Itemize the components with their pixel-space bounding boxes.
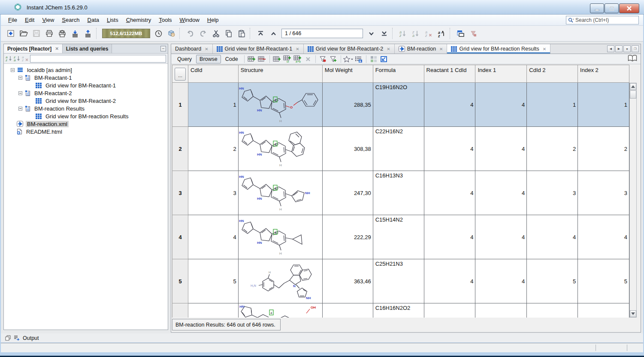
scroll-thumb[interactable] — [630, 90, 636, 99]
column-header-mol-weight[interactable]: Mol Weight — [322, 65, 373, 83]
filter-plus-icon[interactable] — [328, 54, 339, 63]
export-icon[interactable] — [82, 27, 94, 39]
grid-row-1[interactable]: 11 HN HN H 4O288,35C19H16N2O4411 — [172, 83, 629, 127]
lp-sort-clear-icon[interactable]: az — [22, 55, 29, 62]
table-add-ct-icon[interactable]: ct — [282, 54, 293, 63]
tree-item[interactable]: Grid view for BM-Reactant-1 — [4, 81, 168, 89]
scroll-first-icon[interactable] — [254, 27, 267, 39]
book-icon[interactable] — [628, 55, 637, 62]
print-preview-icon[interactable] — [56, 27, 69, 39]
column-header-structure[interactable]: Structure — [238, 65, 322, 83]
paste-icon[interactable] — [235, 27, 248, 39]
column-header-reactant-1-cdid[interactable]: Reactant 1 CdId — [424, 65, 475, 83]
output-tab-label[interactable]: Output — [23, 335, 39, 341]
x-gray-icon[interactable] — [303, 54, 313, 63]
grid-row-4[interactable]: 44 HN HN H 4222,29C15H14N24444 — [172, 215, 629, 259]
column-config-button[interactable]: ... — [175, 68, 186, 81]
record-navigator-input[interactable]: 1 / 646 — [281, 29, 363, 38]
lp-sort-za-icon[interactable]: za — [14, 55, 21, 62]
tree-item[interactable]: BM-Reactant-2 — [4, 89, 168, 97]
scroll-tabs-right-button[interactable]: ▶ — [615, 45, 623, 52]
mode-browse-button[interactable]: Browse — [196, 55, 221, 63]
undo-icon[interactable] — [184, 27, 197, 39]
menu-search[interactable]: Search — [58, 15, 83, 24]
scroll-last-icon[interactable] — [378, 27, 390, 39]
menu-help[interactable]: Help — [203, 15, 223, 24]
import-icon[interactable] — [69, 27, 82, 39]
sort-az-icon[interactable]: az — [396, 27, 409, 39]
view-tab-bm-reaction[interactable]: BM-reaction✕ — [395, 44, 447, 54]
panel-tab-lists-and-queries[interactable]: Lists and queries — [63, 44, 112, 53]
copy-icon[interactable] — [222, 27, 235, 39]
column-header-formula[interactable]: Formula — [373, 65, 424, 83]
menu-lists[interactable]: Lists — [103, 15, 122, 24]
close-button[interactable] — [619, 3, 639, 13]
cascade-icon[interactable] — [454, 27, 467, 39]
tree-item[interactable]: BM-Reactant-1 — [4, 74, 168, 81]
view-tab-grid-view-for-bm-reactant-2[interactable]: Grid view for BM-Reactant-2✕ — [304, 44, 395, 54]
collapse-toggle[interactable] — [11, 68, 15, 72]
tree-filter-input[interactable] — [30, 55, 166, 63]
column-header-index-1[interactable]: Index 1 — [475, 65, 527, 83]
new-icon[interactable] — [4, 27, 17, 39]
menu-window[interactable]: Window — [176, 15, 203, 24]
vertical-scrollbar[interactable] — [629, 83, 637, 318]
squares-pair-icon[interactable] — [369, 54, 379, 63]
close-tab-icon[interactable]: ✕ — [439, 47, 443, 51]
lp-sort-az-icon[interactable]: az — [6, 55, 12, 62]
output-list-icon[interactable] — [14, 335, 20, 341]
chevron-down-icon[interactable] — [365, 27, 378, 39]
open-window-icon[interactable] — [379, 54, 389, 63]
table-add-row-icon[interactable] — [247, 54, 257, 63]
menu-tools[interactable]: Tools — [155, 15, 175, 24]
mode-query-button[interactable]: Query — [174, 55, 195, 63]
minimize-button[interactable] — [590, 3, 604, 13]
tab-list-dropdown-button[interactable]: ▼ — [623, 45, 631, 52]
minimize-panel-icon[interactable]: – — [160, 46, 166, 51]
redo-icon[interactable] — [197, 27, 209, 39]
grid-row-6[interactable]: 6 HN 4 OHC16H16N2O2 — [172, 303, 629, 318]
panel-tab-projects-reactor-[interactable]: Projects [Reactor]✕ — [4, 44, 63, 53]
save-icon[interactable] — [30, 27, 43, 39]
table-add-ab-icon[interactable]: a+b — [293, 54, 303, 63]
grid-row-5[interactable]: 55 H₂N H N NH363,46C25H21N34455 — [172, 259, 629, 303]
memory-indicator[interactable]: 512,6/1122MB — [102, 29, 150, 38]
close-tab-icon[interactable]: ✕ — [205, 47, 208, 51]
close-tab-icon[interactable]: ✕ — [296, 47, 299, 51]
db-box-icon[interactable] — [165, 27, 178, 39]
tree-item[interactable]: README.html — [4, 128, 168, 135]
sort-clear-icon[interactable]: az — [422, 27, 435, 39]
grid-row-2[interactable]: 22 HN HN H 4308,38C22H16N24422 — [172, 127, 629, 171]
table-del-row-icon[interactable] — [257, 54, 267, 63]
close-tab-icon[interactable]: ✕ — [55, 46, 58, 51]
search-input[interactable]: Search (Ctrl+I) — [566, 16, 639, 24]
maximize-view-button[interactable]: ❐ — [632, 45, 639, 52]
column-header-index-2[interactable]: Index 2 — [578, 65, 629, 83]
grid-row-3[interactable]: 33 HN HN H 4NH247,30C16H13N34433 — [172, 171, 629, 215]
sort-za-icon[interactable]: za — [409, 27, 422, 39]
view-tab-dashboard[interactable]: Dashboard✕ — [171, 44, 213, 54]
scroll-tabs-left-button[interactable]: ◀ — [607, 45, 614, 52]
menu-view[interactable]: View — [38, 15, 58, 24]
cut-icon[interactable] — [209, 27, 222, 39]
scroll-up-icon[interactable] — [267, 27, 280, 39]
scroll-down-button[interactable] — [630, 310, 636, 317]
sort-custom-icon[interactable]: az — [435, 27, 448, 39]
close-tab-icon[interactable]: ✕ — [543, 47, 546, 51]
gc-clock-icon[interactable] — [152, 27, 165, 39]
window-mode-icon[interactable] — [5, 335, 11, 341]
tree-item[interactable]: Grid view for BM-Reactant-2 — [4, 97, 168, 105]
filter-off-icon[interactable] — [467, 27, 480, 39]
tree-item[interactable]: Grid view for BM-reaction Results — [4, 112, 168, 120]
print-icon[interactable] — [43, 27, 56, 39]
collapse-toggle[interactable] — [18, 76, 22, 80]
open-icon[interactable] — [17, 27, 30, 39]
tree-item[interactable]: localdb [as admin] — [4, 66, 168, 74]
menu-file[interactable]: File — [4, 15, 21, 24]
collapse-toggle[interactable] — [18, 107, 22, 111]
column-header-cdid[interactable]: CdId — [188, 65, 239, 83]
menu-data[interactable]: Data — [84, 15, 103, 24]
tree-item[interactable]: BM-reaction.xml — [4, 120, 168, 128]
column-header-cdid-2[interactable]: CdId 2 — [527, 65, 578, 83]
maximize-button[interactable] — [605, 3, 619, 13]
